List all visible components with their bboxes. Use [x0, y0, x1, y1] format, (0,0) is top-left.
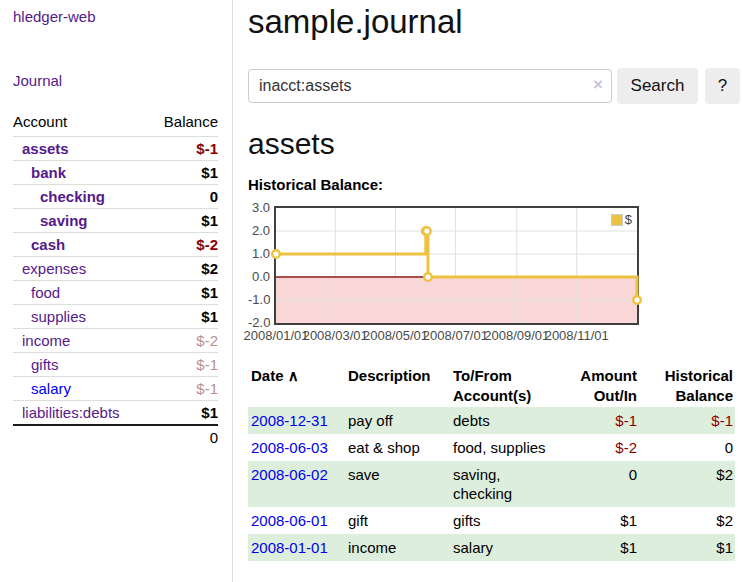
- transaction-amount: $-2: [562, 434, 639, 461]
- sidebar: hledger-web Journal Account Balance asse…: [0, 0, 233, 582]
- transaction-balance: $2: [639, 507, 735, 534]
- transaction-balance: $-1: [639, 407, 735, 434]
- x-axis-label: 2008/03/01: [303, 328, 368, 343]
- sidebar-account-link[interactable]: saving: [13, 212, 88, 229]
- balance-column-header: HistoricalBalance: [639, 365, 735, 407]
- transaction-amount: $1: [562, 507, 639, 534]
- account-balance: $-2: [196, 236, 218, 253]
- account-balance: $1: [201, 308, 218, 325]
- legend-swatch-icon: [611, 214, 623, 226]
- account-row: cash$-2: [13, 232, 218, 256]
- page-title: sample.journal: [248, 2, 740, 42]
- transaction-accounts: salary: [450, 534, 562, 561]
- transaction-amount: $-1: [562, 407, 639, 434]
- search-button[interactable]: Search: [617, 68, 698, 104]
- account-total-row: 0: [13, 424, 218, 449]
- x-axis-label: 2008/01/01: [243, 328, 308, 343]
- account-balance: $-1: [196, 140, 218, 157]
- transaction-accounts: food, supplies: [450, 434, 562, 461]
- account-balance: $1: [201, 404, 218, 421]
- account-balance: $-1: [196, 356, 218, 373]
- account-row: liabilities:debts$1: [13, 400, 218, 424]
- sidebar-account-link[interactable]: salary: [13, 380, 71, 397]
- chart-legend: $: [611, 212, 632, 227]
- account-balance: $2: [201, 260, 218, 277]
- transaction-description: gift: [345, 507, 450, 534]
- search-input-wrap: ×: [248, 69, 612, 103]
- x-axis-label: 2008/09/01: [484, 328, 549, 343]
- balance-chart: $ 3.02.01.00.0-1.0-2.02008/01/012008/03/…: [248, 206, 740, 346]
- account-row: food$1: [13, 280, 218, 304]
- transaction-description: save: [345, 461, 450, 507]
- accounts-column-header: To/FromAccount(s): [450, 365, 562, 407]
- account-row: expenses$2: [13, 256, 218, 280]
- sidebar-account-link[interactable]: income: [13, 332, 70, 349]
- y-axis-label: 3.0: [248, 200, 270, 215]
- sidebar-account-link[interactable]: cash: [13, 236, 65, 253]
- transaction-date-link[interactable]: 2008-06-01: [251, 512, 328, 529]
- table-row: 2008-06-03eat & shopfood, supplies$-20: [248, 434, 735, 461]
- transaction-description: eat & shop: [345, 434, 450, 461]
- app-title: hledger-web: [13, 8, 232, 25]
- table-row: 2008-06-02savesaving,checking0$2: [248, 461, 735, 507]
- transaction-amount: $1: [562, 534, 639, 561]
- chart-heading: Historical Balance:: [248, 176, 740, 194]
- account-row: salary$-1: [13, 376, 218, 400]
- search-input[interactable]: [248, 69, 612, 103]
- register-table: Date ∧ Description To/FromAccount(s) Amo…: [248, 365, 735, 561]
- account-heading: assets: [248, 127, 740, 161]
- sidebar-account-link[interactable]: liabilities:debts: [13, 404, 120, 421]
- transaction-accounts: saving,checking: [450, 461, 562, 507]
- sidebar-item-journal[interactable]: Journal: [13, 72, 62, 89]
- data-point: [423, 227, 431, 235]
- transaction-date-link[interactable]: 2008-06-02: [251, 466, 328, 483]
- amount-column-header: AmountOut/In: [562, 365, 639, 407]
- y-axis-label: 2.0: [248, 223, 270, 238]
- account-row: bank$1: [13, 160, 218, 184]
- sidebar-account-link[interactable]: food: [13, 284, 60, 301]
- account-balance: $-2: [196, 332, 218, 349]
- sidebar-account-link[interactable]: gifts: [13, 356, 59, 373]
- y-axis-label: 0.0: [248, 269, 270, 284]
- x-axis-label: 2008/05/01: [363, 328, 428, 343]
- register-header-row: Date ∧ Description To/FromAccount(s) Amo…: [248, 365, 735, 407]
- sidebar-account-link[interactable]: bank: [13, 164, 66, 181]
- transaction-balance: $1: [639, 534, 735, 561]
- account-row: income$-2: [13, 328, 218, 352]
- transaction-amount: 0: [562, 461, 639, 507]
- account-column-header: Account: [13, 113, 67, 130]
- legend-label: $: [625, 212, 632, 227]
- balance-chart-svg: [276, 208, 637, 323]
- app-title-link[interactable]: hledger-web: [13, 8, 96, 25]
- sidebar-nav: Journal: [13, 72, 232, 89]
- date-column-header[interactable]: Date ∧: [248, 365, 345, 407]
- transaction-date-link[interactable]: 2008-06-03: [251, 439, 328, 456]
- transaction-date-link[interactable]: 2008-12-31: [251, 412, 328, 429]
- clear-search-icon[interactable]: ×: [593, 75, 603, 95]
- account-tree: Account Balance assets$-1bank$1checking0…: [13, 111, 232, 449]
- account-tree-header: Account Balance: [13, 111, 218, 136]
- transaction-accounts: debts: [450, 407, 562, 434]
- transaction-accounts: gifts: [450, 507, 562, 534]
- help-button[interactable]: ?: [705, 68, 740, 104]
- table-row: 2008-12-31pay offdebts$-1$-1: [248, 407, 735, 434]
- table-row: 2008-06-01giftgifts$1$2: [248, 507, 735, 534]
- account-row: gifts$-1: [13, 352, 218, 376]
- chart-plot: $: [274, 206, 639, 325]
- data-point: [272, 250, 280, 258]
- data-point: [633, 296, 641, 304]
- transaction-balance: $2: [639, 461, 735, 507]
- sidebar-account-link[interactable]: assets: [13, 140, 69, 157]
- sidebar-account-link[interactable]: expenses: [13, 260, 86, 277]
- data-point: [424, 273, 432, 281]
- account-row: assets$-1: [13, 136, 218, 160]
- sidebar-account-link[interactable]: checking: [13, 188, 105, 205]
- y-axis-label: 1.0: [248, 246, 270, 261]
- sidebar-account-link[interactable]: supplies: [13, 308, 86, 325]
- search-form: × Search ?: [248, 68, 740, 104]
- description-column-header: Description: [345, 365, 450, 407]
- main-content: sample.journal × Search ? assets Histori…: [233, 0, 742, 582]
- transaction-description: income: [345, 534, 450, 561]
- account-balance: $1: [201, 212, 218, 229]
- transaction-date-link[interactable]: 2008-01-01: [251, 539, 328, 556]
